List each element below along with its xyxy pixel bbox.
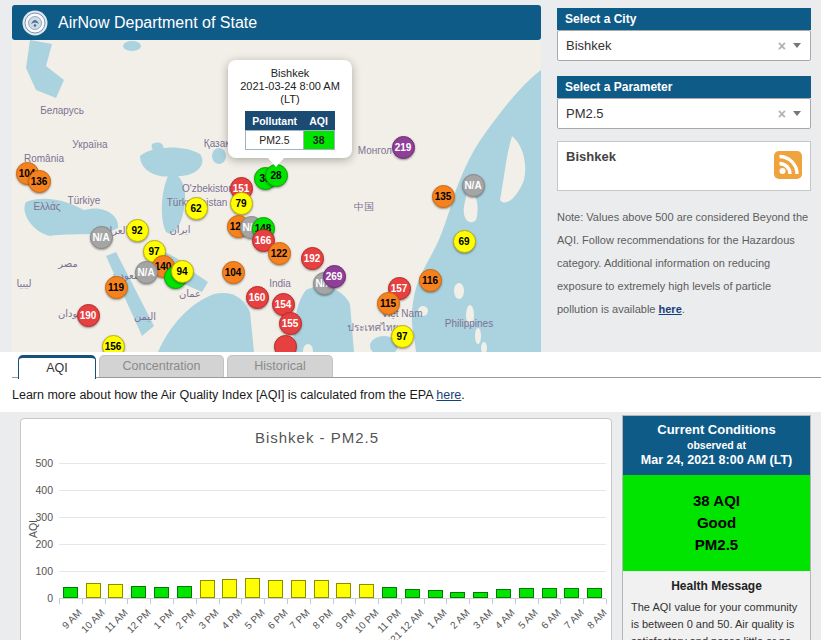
- conditions-header: Current Conditions observed at Mar 24, 2…: [623, 416, 810, 475]
- map-marker[interactable]: N/A: [90, 226, 113, 249]
- health-message-text: The AQI value for your community is betw…: [631, 599, 802, 640]
- conditions-category: Good: [629, 512, 804, 534]
- chart-gridline: [59, 544, 606, 545]
- chart-bar: [428, 590, 443, 598]
- chart-y-tick-label: 400: [25, 484, 53, 496]
- chart-y-tick-label: 500: [25, 457, 53, 469]
- map-marker[interactable]: 104: [222, 261, 245, 284]
- chart-bar: [542, 588, 557, 598]
- chart-gridline: [59, 517, 606, 518]
- map-place-label: 中国: [354, 200, 374, 214]
- chart-x-tick: [150, 599, 151, 604]
- city-select[interactable]: Bishkek ×: [557, 30, 811, 61]
- app-title: AirNow Department of State: [58, 14, 257, 32]
- note-text: Note: Values above 500 are considered Be…: [557, 211, 808, 315]
- chart-bar: [154, 587, 169, 598]
- chart-x-tick: [424, 599, 425, 604]
- map-marker[interactable]: 122: [268, 242, 291, 265]
- popup-col-pollutant: Pollutant: [246, 112, 303, 131]
- conditions-title: Current Conditions: [627, 422, 806, 438]
- conditions-observed-at: observed at: [627, 438, 806, 452]
- tab-aqi[interactable]: AQI: [18, 355, 96, 379]
- map-marker[interactable]: 219: [392, 136, 415, 159]
- chart-gridline: [59, 571, 606, 572]
- parameter-select[interactable]: PM2.5 ×: [557, 98, 811, 129]
- map-marker[interactable]: N/A: [135, 261, 158, 284]
- tab-concentration[interactable]: Concentration: [99, 355, 224, 377]
- learn-more-here-link[interactable]: here: [436, 388, 461, 402]
- map-marker[interactable]: 192: [301, 247, 324, 270]
- chart-bar: [359, 584, 374, 598]
- map-marker[interactable]: 190: [77, 304, 100, 327]
- map-marker[interactable]: 97: [391, 325, 414, 348]
- note-here-link[interactable]: here: [659, 303, 682, 315]
- chart-bar: [382, 587, 397, 598]
- learn-more-end: .: [461, 388, 464, 402]
- chart-x-tick: [583, 599, 584, 604]
- parameter-caret-icon[interactable]: [793, 111, 801, 116]
- map-place-label: ليبيا: [16, 278, 31, 289]
- chart-bar: [86, 583, 101, 598]
- chart-title: Bishkek - PM2.5: [21, 429, 612, 446]
- chart-x-tick: [105, 599, 106, 604]
- parameter-clear-icon[interactable]: ×: [771, 106, 793, 122]
- map-marker[interactable]: 160: [246, 286, 269, 309]
- rss-icon[interactable]: [774, 151, 802, 183]
- learn-more-text: Learn more about how the Air Quality Ind…: [12, 388, 465, 402]
- beyond-aqi-note: Note: Values above 500 are considered Be…: [557, 206, 813, 321]
- chart-x-tick: [378, 599, 379, 604]
- map-place-label: مصر: [58, 258, 78, 269]
- chart-bar: [268, 580, 283, 598]
- chart-bar: [291, 580, 306, 598]
- health-message-box: Health Message The AQI value for your co…: [623, 571, 810, 640]
- popup-col-aqi: AQI: [303, 112, 334, 131]
- map-marker[interactable]: 116: [419, 269, 442, 292]
- tab-divider: [12, 377, 821, 378]
- dept-of-state-seal-icon: [22, 10, 48, 36]
- chart-x-tick: [287, 599, 288, 604]
- chart-bar: [245, 578, 260, 598]
- map-marker[interactable]: N/A: [462, 174, 485, 197]
- map-marker[interactable]: 269: [323, 265, 346, 288]
- map-place-label: Ελλάς: [33, 201, 60, 212]
- map-place-label: Беларусь: [40, 105, 84, 116]
- aqi-map[interactable]: БеларусьУкраїнаRomâniaΕλλάςTürkiyeالعراق…: [12, 40, 541, 352]
- map-place-label: اليمن: [134, 311, 156, 322]
- chart-x-tick: [446, 599, 447, 604]
- chart-x-tick: [492, 599, 493, 604]
- map-marker[interactable]: 62: [185, 197, 208, 220]
- map-marker[interactable]: 115: [377, 292, 400, 315]
- city-caret-icon[interactable]: [793, 43, 801, 48]
- conditions-datetime: Mar 24, 2021 8:00 AM (LT): [627, 452, 806, 468]
- tab-historical[interactable]: Historical: [227, 355, 333, 377]
- map-marker[interactable]: 155: [279, 312, 302, 335]
- chart-bar: [564, 588, 579, 598]
- city-clear-icon[interactable]: ×: [771, 38, 793, 54]
- health-message-title: Health Message: [631, 579, 802, 593]
- map-marker[interactable]: 92: [126, 219, 149, 242]
- conditions-pollutant: PM2.5: [629, 534, 804, 556]
- chart-bar: [108, 584, 123, 598]
- map-marker[interactable]: 119: [105, 276, 128, 299]
- map-marker[interactable]: 156: [102, 335, 125, 353]
- map-marker[interactable]: [274, 335, 297, 353]
- chart-x-tick: [560, 599, 561, 604]
- rss-feed-box: Bishkek: [557, 141, 811, 191]
- map-marker[interactable]: 69: [453, 230, 476, 253]
- map-place-label: Türkiye: [68, 195, 101, 206]
- chart-x-tick: [264, 599, 265, 604]
- chart-bar: [63, 587, 78, 598]
- chart-x-tick: [59, 599, 60, 604]
- learn-more-body: Learn more about how the Air Quality Ind…: [12, 388, 436, 402]
- map-marker[interactable]: 94: [171, 260, 194, 283]
- chart-x-tick: [515, 599, 516, 604]
- map-marker[interactable]: 136: [28, 170, 51, 193]
- chart-x-tick: [333, 599, 334, 604]
- map-place-label: O'zbekiston: [182, 183, 234, 194]
- map-marker[interactable]: 135: [432, 185, 455, 208]
- chart-x-tick: [82, 599, 83, 604]
- chart-gridline: [59, 463, 606, 464]
- map-place-label: ايران: [169, 224, 190, 235]
- popup-lt: (LT): [234, 93, 346, 106]
- map-marker[interactable]: 79: [230, 192, 253, 215]
